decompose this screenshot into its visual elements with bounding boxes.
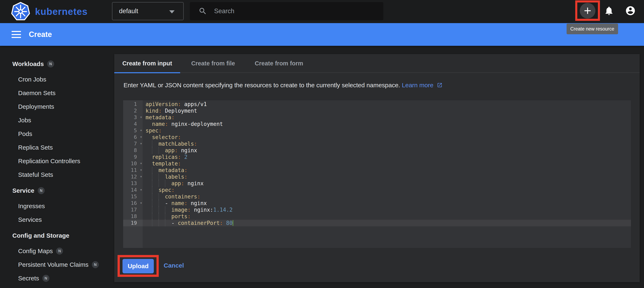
account-button[interactable] xyxy=(622,3,638,19)
namespaced-badge: N xyxy=(38,187,45,194)
tab-create-from-input[interactable]: Create from input xyxy=(114,54,180,73)
sidebar-item-daemon-sets[interactable]: Daemon Sets xyxy=(0,86,114,100)
sidebar-section-service[interactable]: ServiceN xyxy=(0,184,114,197)
notifications-button[interactable] xyxy=(601,3,617,19)
line-number: 6▾ xyxy=(123,134,143,140)
sidebar-item-label: Stateful Sets xyxy=(18,171,53,178)
sidebar-item-label: Cron Jobs xyxy=(18,76,46,83)
fold-arrow-icon[interactable]: ▾ xyxy=(140,127,142,133)
line-number: 18 xyxy=(123,213,143,220)
code-text: matchLabels: xyxy=(143,140,631,147)
line-number: 7▾ xyxy=(123,140,143,147)
fold-arrow-icon[interactable]: ▾ xyxy=(140,186,142,193)
line-number: 13 xyxy=(123,180,143,187)
page-title: Create xyxy=(29,30,52,39)
sidebar-item-label: Pods xyxy=(18,130,32,137)
code-text: spec: xyxy=(143,127,631,134)
namespaced-badge: N xyxy=(42,275,50,282)
fold-arrow-icon[interactable]: ▾ xyxy=(140,173,142,180)
fold-arrow-icon[interactable]: ▾ xyxy=(140,114,142,120)
tab-create-from-file[interactable]: Create from file xyxy=(180,54,246,73)
instruction-text: Enter YAML or JSON content specifying th… xyxy=(124,82,442,89)
fold-arrow-icon[interactable]: ▾ xyxy=(140,160,142,167)
line-number: 15 xyxy=(123,193,143,200)
sidebar-item-cron-jobs[interactable]: Cron Jobs xyxy=(0,73,114,86)
code-text: apiVersion: apps/v1 xyxy=(143,101,631,107)
yaml-code-editor[interactable]: 1apiVersion: apps/v12kind: Deployment3▾m… xyxy=(123,100,631,248)
code-text: - containerPort: 80 xyxy=(143,220,631,226)
tab-create-from-form[interactable]: Create from form xyxy=(246,54,312,73)
menu-icon[interactable] xyxy=(12,31,21,38)
code-text: kind: Deployment xyxy=(143,107,631,114)
code-text: labels: xyxy=(143,174,631,180)
kubernetes-dashboard: kubernetes default xyxy=(0,0,644,288)
code-text: metadata: xyxy=(143,167,631,174)
sidebar-section-label: Config and Storage xyxy=(12,232,70,239)
sidebar-item-services[interactable]: Services xyxy=(0,213,114,227)
editor-line-6: 6▾ selector: xyxy=(123,134,631,140)
line-number: 10▾ xyxy=(123,160,143,167)
text-cursor xyxy=(233,220,233,226)
namespaced-badge: N xyxy=(47,60,54,67)
sidebar-item-label: Ingresses xyxy=(18,203,45,210)
code-text: name: nginx-deployment xyxy=(143,121,631,127)
sidebar-item-stateful-sets[interactable]: Stateful Sets xyxy=(0,168,114,182)
sidebar-item-config-maps[interactable]: Config MapsN xyxy=(0,244,114,258)
sidebar-item-jobs[interactable]: Jobs xyxy=(0,113,114,127)
sidebar-item-pods[interactable]: Pods xyxy=(0,127,114,141)
sidebar-item-label: Secrets xyxy=(18,275,39,282)
code-text: app: nginx xyxy=(143,147,631,154)
sidebar-item-deployments[interactable]: Deployments xyxy=(0,100,114,113)
create-tooltip: Create new resource xyxy=(566,24,618,34)
namespace-value: default xyxy=(119,8,138,15)
editor-line-16: 16▾ - name: nginx xyxy=(123,200,631,207)
line-number: 11▾ xyxy=(123,167,143,174)
search-bar[interactable] xyxy=(190,2,383,20)
fold-arrow-icon[interactable]: ▾ xyxy=(140,200,142,206)
line-number: 5▾ xyxy=(123,127,143,134)
code-text: replicas: 2 xyxy=(143,154,631,160)
sidebar-item-label: Jobs xyxy=(18,117,31,124)
learn-more-link[interactable]: Learn more xyxy=(402,82,434,88)
sidebar-item-label: Config Maps xyxy=(18,248,53,255)
editor-line-12: 12▾ labels: xyxy=(123,174,631,180)
search-icon xyxy=(198,7,207,16)
namespace-select[interactable]: default xyxy=(112,2,184,20)
line-number: 16▾ xyxy=(123,200,143,207)
search-input[interactable] xyxy=(214,7,370,15)
code-text: containers: xyxy=(143,193,631,200)
line-number: 8 xyxy=(123,147,143,154)
app-bar: Create xyxy=(0,23,644,46)
fold-arrow-icon[interactable]: ▾ xyxy=(140,140,142,147)
top-header: kubernetes default xyxy=(0,0,644,23)
sidebar-section-config-and-storage[interactable]: Config and Storage xyxy=(0,229,114,242)
code-text: - name: nginx xyxy=(143,200,631,207)
sidebar-section-workloads[interactable]: WorkloadsN xyxy=(0,57,114,71)
sidebar-item-label: Daemon Sets xyxy=(18,90,56,97)
fold-arrow-icon[interactable]: ▾ xyxy=(140,133,142,140)
sidebar-item-label: Deployments xyxy=(18,103,54,110)
editor-line-5: 5▾spec: xyxy=(123,127,631,134)
create-card: Create from inputCreate from fileCreate … xyxy=(114,54,640,282)
sidebar-item-persistent-volume-claims[interactable]: Persistent Volume ClaimsN xyxy=(0,258,114,271)
sidebar-item-label: Replica Sets xyxy=(18,144,53,151)
editor-line-17: 17 image: nginx:1.14.2 xyxy=(123,207,631,213)
editor-line-4: 4 name: nginx-deployment xyxy=(123,121,631,127)
line-number: 1 xyxy=(123,101,143,107)
editor-line-1: 1apiVersion: apps/v1 xyxy=(123,101,631,107)
line-number: 9 xyxy=(123,154,143,160)
annotation-box-create-button xyxy=(575,1,600,21)
cancel-link[interactable]: Cancel xyxy=(164,262,184,269)
kubernetes-logo[interactable]: kubernetes xyxy=(11,2,88,22)
sidebar-item-secrets[interactable]: SecretsN xyxy=(0,271,114,285)
sidebar-item-ingresses[interactable]: Ingresses xyxy=(0,199,114,213)
editor-line-13: 13 app: nginx xyxy=(123,180,631,187)
editor-line-3: 3▾metadata: xyxy=(123,114,631,121)
sidebar-item-replication-controllers[interactable]: Replication Controllers xyxy=(0,154,114,168)
code-text: template: xyxy=(143,160,631,167)
editor-line-8: 8 app: nginx xyxy=(123,147,631,154)
fold-arrow-icon[interactable]: ▾ xyxy=(140,167,142,173)
line-number: 3▾ xyxy=(123,114,143,121)
editor-line-19: 19 - containerPort: 80 xyxy=(123,220,631,226)
sidebar-item-replica-sets[interactable]: Replica Sets xyxy=(0,141,114,154)
